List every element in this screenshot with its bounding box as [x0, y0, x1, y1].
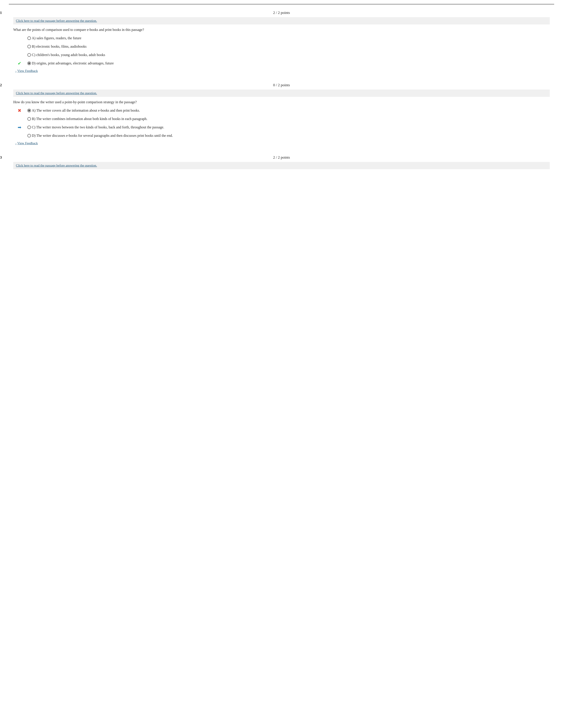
- radio-1-A[interactable]: [27, 36, 31, 40]
- passage-link-1[interactable]: Click here to read the passage before an…: [13, 17, 550, 24]
- answer-row-1-C: C) children's books, young adult books, …: [18, 52, 550, 58]
- answer-row-1-A: A) sales figures, readers, the future: [18, 36, 550, 41]
- answer-label-2-B: B) The writer combines information about…: [32, 116, 147, 122]
- view-feedback-label: View Feedback: [17, 141, 38, 145]
- wrong-cross-icon: ✖: [18, 108, 21, 113]
- answer-row-2-C: ➡C) The writer moves between the two kin…: [18, 125, 550, 130]
- question-number-3: 3: [0, 155, 2, 160]
- view-feedback-1[interactable]: ›View Feedback: [15, 69, 550, 73]
- radio-2-B[interactable]: [27, 117, 31, 121]
- question-block-1: 12 / 2 pointsClick here to read the pass…: [0, 4, 563, 77]
- question-block-2: 20 / 2 pointsClick here to read the pass…: [0, 77, 563, 149]
- correct-check-icon: ✔: [18, 61, 21, 66]
- correct-arrow-icon: ➡: [18, 125, 21, 130]
- answer-row-2-B: B) The writer combines information about…: [18, 116, 550, 122]
- chevron-right-icon: ›: [15, 142, 16, 145]
- answer-icons-2-C: ➡: [18, 125, 27, 130]
- chevron-right-icon: ›: [15, 69, 16, 73]
- question-text-1: What are the points of comparison used t…: [13, 27, 550, 32]
- answer-row-2-D: D) The writer discusses e-books for seve…: [18, 133, 550, 138]
- answer-icons-2-A: ✖: [18, 108, 27, 113]
- answer-icons-1-D: ✔: [18, 61, 27, 66]
- radio-1-B[interactable]: [27, 45, 31, 48]
- view-feedback-2[interactable]: ›View Feedback: [15, 141, 550, 145]
- passage-link-2[interactable]: Click here to read the passage before an…: [13, 90, 550, 97]
- passage-link-3[interactable]: Click here to read the passage before an…: [13, 162, 550, 169]
- answer-label-1-B: B) electronic books, films, audiobooks: [32, 44, 86, 49]
- radio-1-D[interactable]: [27, 62, 31, 65]
- answer-label-2-A: A) The writer covers all the information…: [32, 108, 140, 113]
- question-score-2: 0 / 2 points: [13, 83, 550, 87]
- radio-2-C[interactable]: [27, 126, 31, 129]
- radio-2-D[interactable]: [27, 134, 31, 137]
- question-score-1: 2 / 2 points: [13, 11, 550, 15]
- answer-label-1-C: C) children's books, young adult books, …: [32, 52, 105, 58]
- answer-row-1-B: B) electronic books, films, audiobooks: [18, 44, 550, 49]
- answer-label-1-A: A) sales figures, readers, the future: [32, 36, 81, 41]
- answer-label-2-C: C) The writer moves between the two kind…: [32, 125, 164, 130]
- answer-row-1-D: ✔D) origins, print advantages, electroni…: [18, 61, 550, 66]
- question-number-1: 1: [0, 11, 2, 15]
- question-block-3: 32 / 2 pointsClick here to read the pass…: [0, 149, 563, 174]
- question-number-2: 2: [0, 83, 2, 87]
- answer-label-2-D: D) The writer discusses e-books for seve…: [32, 133, 173, 138]
- radio-1-C[interactable]: [27, 53, 31, 57]
- view-feedback-label: View Feedback: [17, 69, 38, 73]
- answer-row-2-A: ✖A) The writer covers all the informatio…: [18, 108, 550, 113]
- question-text-2: How do you know the writer used a point-…: [13, 99, 550, 105]
- radio-2-A[interactable]: [27, 109, 31, 112]
- answer-label-1-D: D) origins, print advantages, electronic…: [32, 61, 114, 66]
- question-score-3: 2 / 2 points: [13, 155, 550, 160]
